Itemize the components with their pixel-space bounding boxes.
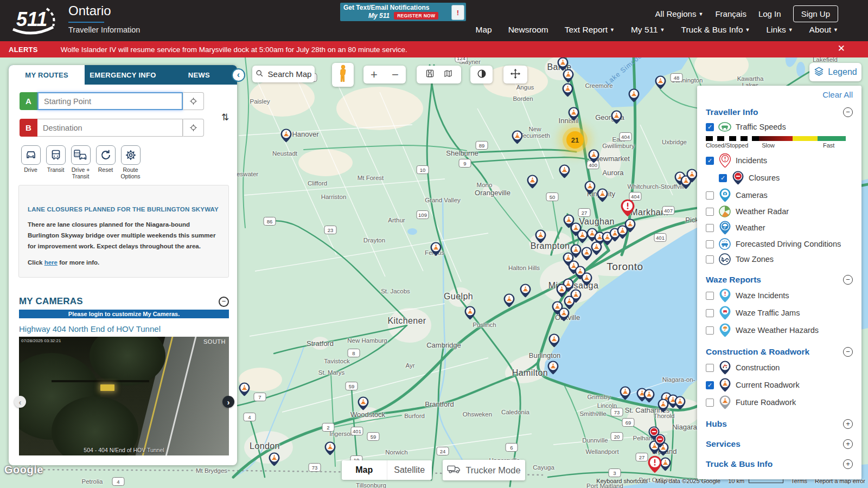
roadwork-marker[interactable] [591, 241, 602, 258]
satellite-view-button[interactable]: Satellite [387, 460, 432, 480]
camera-name[interactable]: Highway 404 North End of HOV Tunnel [19, 324, 161, 333]
checkbox-checked[interactable]: ✓ [706, 381, 714, 389]
panel-collapse-button[interactable]: ‹ [232, 68, 245, 82]
roadwork-marker[interactable] [655, 75, 666, 92]
nav-item-newsroom[interactable]: Newsroom [508, 25, 548, 35]
checkbox-checked[interactable]: ✓ [706, 157, 714, 165]
nav-item-about[interactable]: About▼ [809, 25, 838, 35]
signup-button[interactable]: Sign Up [793, 5, 838, 22]
pan-mode-button[interactable] [503, 66, 527, 84]
search-map-button[interactable]: Search Map [252, 66, 315, 82]
map-view-button[interactable]: Map [342, 460, 387, 480]
register-now-button[interactable]: REGISTER NOW [394, 12, 438, 20]
nav-item-map[interactable]: Map [476, 25, 492, 35]
pegman-streetview-control[interactable] [332, 63, 354, 87]
legend-toggle-button[interactable]: Legend [809, 63, 861, 81]
nav-item-links[interactable]: Links▼ [766, 25, 793, 35]
notifications-ad-banner[interactable]: Get Text/Email Notifications My 511 REGI… [340, 3, 466, 21]
my-cameras-collapse-button[interactable]: − [219, 297, 229, 307]
checkbox-checked[interactable]: ✓ [719, 174, 727, 182]
clear-all-link[interactable]: Clear All [706, 90, 853, 99]
roadwork-marker[interactable] [658, 399, 669, 415]
nav-item-truck-bus-info[interactable]: Truck & Bus Info▼ [681, 25, 750, 35]
roadwork-marker[interactable] [562, 83, 573, 99]
checkbox-unchecked[interactable] [706, 309, 714, 317]
roadwork-marker[interactable] [527, 175, 538, 191]
notice-here-link[interactable]: here [44, 259, 58, 266]
checkbox-unchecked[interactable] [706, 292, 714, 300]
roadwork-marker[interactable] [464, 306, 476, 322]
locate-b-button[interactable] [183, 119, 204, 137]
checkbox-unchecked[interactable] [706, 399, 714, 407]
zoom-in-button[interactable]: + [363, 68, 385, 82]
roadwork-marker[interactable] [568, 107, 579, 123]
nav-item-my-511[interactable]: My 511▼ [631, 25, 665, 35]
roadwork-marker[interactable] [584, 181, 596, 197]
roadwork-marker[interactable] [535, 229, 546, 246]
roadwork-marker[interactable] [547, 361, 559, 377]
roadwork-marker[interactable] [239, 382, 250, 399]
roadwork-cluster-marker[interactable]: 21 [566, 131, 584, 149]
swap-route-points-button[interactable]: ⇅ [221, 112, 229, 123]
camera-login-banner[interactable]: Please login to customize My Cameras. [19, 310, 229, 318]
511-logo[interactable]: 511 [7, 3, 61, 39]
keyboard-shortcuts-link[interactable]: Keyboard shortcuts [596, 478, 648, 484]
roadwork-marker[interactable] [559, 164, 570, 181]
roadwork-marker[interactable] [280, 129, 292, 145]
all-regions-dropdown[interactable]: All Regions▼ [655, 9, 704, 18]
roadwork-marker[interactable] [512, 130, 523, 146]
contrast-mode-button[interactable] [470, 66, 493, 84]
roadwork-marker[interactable] [588, 149, 599, 165]
nav-item-text-report[interactable]: Text Report▼ [565, 25, 615, 35]
roadwork-marker[interactable] [324, 441, 336, 458]
roadwork-marker[interactable] [674, 396, 686, 412]
incident-marker[interactable] [621, 199, 635, 219]
checkbox-unchecked[interactable] [706, 240, 714, 248]
starting-point-input[interactable] [37, 92, 183, 110]
roadwork-marker[interactable] [430, 242, 442, 258]
checkbox-checked[interactable]: ✓ [706, 123, 714, 131]
expand-icon[interactable]: + [843, 459, 853, 469]
camera-next-button[interactable]: › [222, 396, 234, 408]
collapse-icon[interactable]: − [843, 275, 853, 285]
tab-news[interactable]: NEWS [161, 65, 237, 85]
tab-emergency-info[interactable]: EMERGENCY INFO [85, 65, 161, 85]
closure-marker[interactable] [654, 434, 666, 450]
roadwork-marker[interactable] [597, 188, 608, 204]
roadwork-marker[interactable] [611, 110, 622, 126]
login-link[interactable]: Log In [758, 9, 781, 18]
checkbox-unchecked[interactable] [706, 208, 714, 216]
camera-prev-button[interactable]: ‹ [14, 396, 26, 408]
checkbox-unchecked[interactable] [706, 326, 714, 335]
roadwork-marker[interactable] [503, 293, 515, 310]
mode-reset-button[interactable]: Reset [94, 145, 117, 179]
trucker-mode-button[interactable]: Trucker Mode [443, 460, 525, 480]
tab-my-routes[interactable]: MY ROUTES [9, 65, 85, 85]
roadwork-marker[interactable] [643, 389, 655, 405]
destination-input[interactable] [37, 119, 183, 137]
roadwork-marker[interactable] [520, 284, 531, 300]
roadwork-marker[interactable] [358, 396, 369, 413]
roadwork-marker[interactable] [624, 219, 636, 235]
roadwork-marker[interactable] [686, 169, 698, 185]
mode-transit-button[interactable]: Transit [44, 145, 67, 179]
save-map-icon[interactable] [425, 69, 435, 80]
roadwork-marker[interactable] [548, 333, 560, 350]
roadwork-marker[interactable] [558, 307, 570, 324]
alert-close-icon[interactable]: ✕ [838, 43, 845, 54]
checkbox-unchecked[interactable] [706, 255, 714, 264]
locate-a-button[interactable] [183, 92, 204, 110]
roadwork-marker[interactable] [581, 272, 592, 288]
mode-drive-button[interactable]: Drive [20, 145, 42, 179]
checkbox-unchecked[interactable] [706, 224, 714, 232]
collapse-icon[interactable]: − [843, 107, 853, 117]
zoom-out-button[interactable]: − [385, 68, 406, 82]
roadwork-marker[interactable] [269, 452, 280, 468]
roadwork-marker[interactable] [620, 386, 631, 402]
checkbox-unchecked[interactable] [706, 191, 714, 200]
mode-route-options-button[interactable]: Route Options [119, 145, 142, 179]
mode-drive-transit-button[interactable]: Drive + Transit [69, 145, 92, 179]
roadwork-marker[interactable] [628, 88, 640, 105]
expand-icon[interactable]: + [843, 439, 853, 449]
language-toggle[interactable]: Français [715, 9, 746, 18]
